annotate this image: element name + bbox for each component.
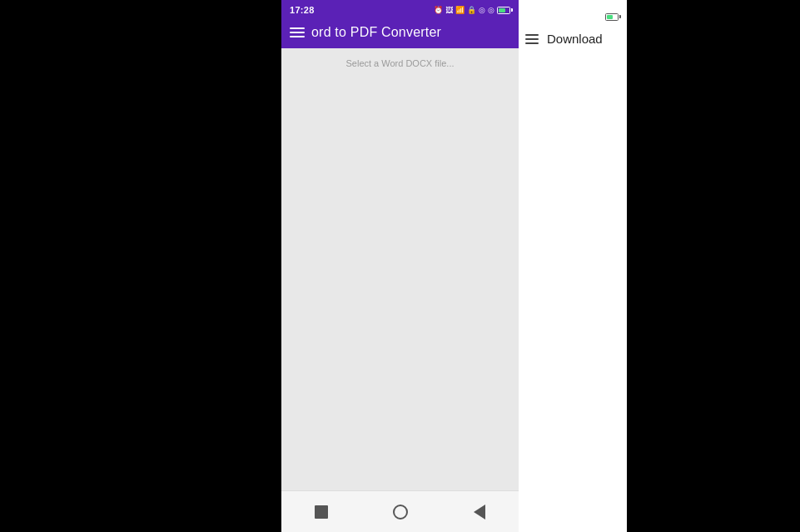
select-file-hint: Select a Word DOCX file...	[345, 58, 454, 68]
home-icon	[393, 505, 408, 520]
right-panel: Download	[519, 0, 627, 532]
sim-icon: 📶	[455, 6, 465, 14]
hamburger-line-3	[290, 36, 305, 37]
left-black-panel	[0, 0, 281, 532]
menu-line-1	[525, 34, 539, 36]
back-icon	[474, 505, 485, 520]
alarm-icon: ⏰	[434, 6, 443, 14]
stop-icon	[315, 505, 328, 519]
battery-icon	[497, 7, 510, 14]
nav-bar	[281, 490, 519, 532]
right-black-panel	[627, 0, 800, 532]
screen-container: 17:28 ⏰ 🖼 📶 🔒 ◎ ◎	[0, 0, 800, 532]
hamburger-line-2	[290, 32, 305, 33]
right-menu-icon[interactable]	[525, 34, 539, 44]
hamburger-line-1	[290, 27, 305, 29]
lock-icon: 🔒	[467, 6, 476, 14]
menu-line-3	[525, 42, 539, 44]
circle1-icon: ◎	[479, 6, 485, 14]
app-header: 17:28 ⏰ 🖼 📶 🔒 ◎ ◎	[281, 0, 519, 48]
right-status-bar	[519, 7, 627, 25]
battery-green-fill	[607, 15, 613, 19]
circle2-icon: ◎	[488, 6, 494, 14]
status-bar: 17:28 ⏰ 🖼 📶 🔒 ◎ ◎	[281, 0, 519, 18]
stop-button[interactable]	[308, 499, 335, 525]
main-content: Select a Word DOCX file...	[281, 48, 519, 490]
home-button[interactable]	[387, 499, 414, 525]
status-time: 17:28	[290, 5, 315, 15]
phone-screen: 17:28 ⏰ 🖼 📶 🔒 ◎ ◎	[281, 0, 519, 532]
battery-fill	[499, 8, 505, 12]
status-icons: ⏰ 🖼 📶 🔒 ◎ ◎	[434, 6, 510, 14]
battery-green-icon	[605, 13, 619, 21]
download-label[interactable]: Download	[547, 32, 603, 46]
title-bar: ord to PDF Converter	[281, 18, 519, 48]
photo-icon: 🖼	[445, 6, 453, 14]
app-title: ord to PDF Converter	[311, 25, 441, 40]
menu-line-2	[525, 38, 539, 40]
download-bar: Download	[519, 25, 627, 54]
hamburger-menu-icon[interactable]	[290, 27, 305, 37]
back-button[interactable]	[466, 499, 493, 525]
